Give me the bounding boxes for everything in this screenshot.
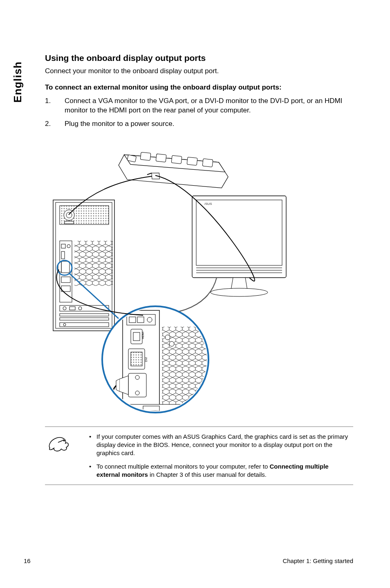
note-item: To connect multiple external monitors to… <box>89 462 353 479</box>
svg-rect-20 <box>65 221 74 224</box>
svg-point-30 <box>63 307 66 310</box>
svg-rect-23 <box>61 244 65 248</box>
svg-point-56 <box>169 341 174 346</box>
svg-text:HDMI: HDMI <box>141 332 144 339</box>
svg-rect-43 <box>137 317 144 323</box>
manual-page: English Using the onboard display output… <box>0 0 390 588</box>
svg-rect-31 <box>69 307 75 310</box>
svg-rect-29 <box>60 305 109 311</box>
svg-point-44 <box>147 317 152 322</box>
svg-rect-33 <box>60 314 109 316</box>
svg-point-52 <box>135 375 139 379</box>
note-text: If your computer comes with an ASUS Grap… <box>96 433 348 457</box>
svg-point-19 <box>66 212 72 218</box>
svg-rect-26 <box>61 261 69 273</box>
svg-point-32 <box>78 307 82 310</box>
language-tab: English <box>11 61 24 103</box>
step-item: Plug the monitor to a power source. <box>45 119 353 129</box>
svg-rect-2 <box>140 152 151 160</box>
svg-point-53 <box>135 391 139 395</box>
svg-rect-46 <box>133 332 140 341</box>
chapter-label: Chapter 1: Getting started <box>282 557 353 564</box>
svg-point-55 <box>165 335 170 340</box>
procedure-heading: To connect an external monitor using the… <box>45 83 353 92</box>
svg-text:/SUS: /SUS <box>204 202 212 206</box>
page-number: 16 <box>24 557 31 564</box>
notes-list: If your computer comes with an ASUS Grap… <box>89 433 353 479</box>
note-icon <box>45 433 82 451</box>
section-heading: Using the onboard display output ports <box>45 53 353 63</box>
svg-rect-25 <box>61 251 65 259</box>
connection-diagram: /SUS <box>45 139 315 417</box>
svg-rect-27 <box>61 277 70 283</box>
svg-point-14 <box>211 288 268 296</box>
page-footer: 16 Chapter 1: Getting started <box>24 557 353 564</box>
steps-list: Connect a VGA monitor to the VGA port, o… <box>45 97 353 129</box>
svg-point-24 <box>67 245 70 248</box>
intro-text: Connect your monitor to the onboard disp… <box>45 67 353 75</box>
note-block: If your computer comes with an ASUS Grap… <box>45 426 353 485</box>
step-item: Connect a VGA monitor to the VGA port, o… <box>45 97 353 115</box>
svg-rect-42 <box>129 317 136 323</box>
svg-rect-3 <box>156 154 166 162</box>
svg-rect-6 <box>202 159 213 167</box>
note-text: in Chapter 3 of this user manual for det… <box>148 471 267 478</box>
note-item: If your computer comes with an ASUS Grap… <box>89 433 353 458</box>
svg-point-36 <box>63 323 66 326</box>
svg-text:DVI: DVI <box>145 357 148 362</box>
note-text: To connect multiple external monitors to… <box>96 463 270 470</box>
svg-rect-21 <box>74 241 113 286</box>
svg-rect-34 <box>60 318 109 320</box>
svg-rect-9 <box>196 200 282 265</box>
svg-rect-5 <box>187 157 197 165</box>
svg-rect-35 <box>60 323 109 327</box>
svg-rect-4 <box>171 155 182 164</box>
svg-rect-49 <box>131 352 142 366</box>
